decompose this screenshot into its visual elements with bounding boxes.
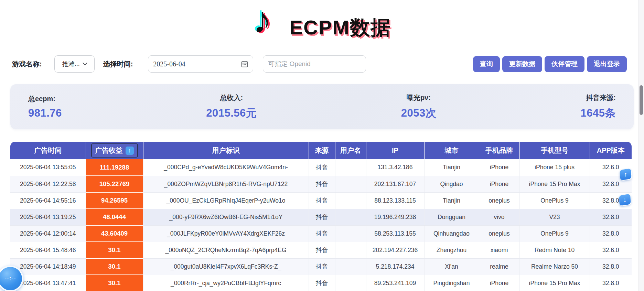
table-cell: Tianjin: [424, 192, 479, 209]
table-cell: 32.8.0: [590, 258, 632, 275]
stat-value: 2015.56元: [206, 106, 257, 120]
chevron-down-icon: [83, 61, 87, 65]
sort-arrow-up-icon: ↑: [126, 147, 134, 155]
table-cell: 抖音: [309, 275, 335, 291]
table-cell: Qingdao: [424, 176, 479, 192]
table-cell: realme: [479, 258, 519, 275]
table-cell: 88.123.133.115: [366, 192, 424, 209]
table-cell: _000JLFKpyR00eY0lMVvAY4XdrgXEKF26z: [143, 225, 309, 242]
col-ad-revenue-label: 广告收益: [95, 146, 123, 155]
table-row: 2025-06-04 12:22:58105.22769_000ZOPmWZqV…: [10, 176, 632, 192]
stat-total-income: 总收入: 2015.56元: [206, 93, 257, 120]
table-cell: _000RrRr-_cja_wy2PuCBbfFBJglYFqmrc: [143, 275, 309, 291]
page-scrollbar[interactable]: [638, 0, 644, 291]
table-cell: iPhone: [479, 176, 519, 192]
col-app-version: APP版本: [590, 142, 632, 159]
table-cell: Pingdingshan: [424, 275, 479, 291]
table-cell: 32.8.0: [590, 209, 632, 225]
table-cell: 2025-06-04 12:00:14: [10, 225, 86, 242]
stat-total-ecpm: 总ecpm: 981.76: [28, 94, 62, 119]
table-cell: iPhone 15 Pro Max: [519, 275, 590, 291]
query-button[interactable]: 查询: [473, 56, 500, 72]
table-cell: _000gut0aU8KleI4F7xpvX6LqFc3RKs-Z_: [143, 258, 309, 275]
table-cell: _000CPd_g-eYvadW8cUKD5K9WuV4Gom4n-: [143, 159, 309, 176]
table-cell: [335, 209, 366, 225]
table-cell: Realme Narzo 50: [519, 258, 590, 275]
table-cell: 48.0444: [86, 209, 143, 225]
openid-input[interactable]: 可指定 Openid: [263, 55, 366, 73]
table-row: 2025-06-04 13:55:05111.19288_000CPd_g-eY…: [10, 159, 632, 176]
table-cell: 2025-06-04 14:55:16: [10, 192, 86, 209]
table-row: 2025-06-04 14:18:4930.1_000gut0aU8KleI4F…: [10, 258, 632, 275]
table-cell: 30.1: [86, 275, 143, 291]
table-cell: 43.60409: [86, 225, 143, 242]
table-cell: [335, 275, 366, 291]
page-title: ECPM数据: [289, 14, 391, 41]
logout-button[interactable]: 退出登录: [587, 56, 627, 72]
stat-value: 1645条: [581, 106, 616, 120]
time-label: 选择时间:: [103, 60, 133, 69]
table-cell: 111.19288: [86, 159, 143, 176]
game-select[interactable]: 抢滩...: [54, 55, 95, 73]
table-cell: [335, 159, 366, 176]
date-picker-input[interactable]: 2025-06-04: [148, 55, 253, 73]
date-value: 2025-06-04: [153, 60, 185, 68]
stat-label: 总收入:: [206, 93, 257, 103]
table-cell: V23: [519, 209, 590, 225]
table-cell: [335, 192, 366, 209]
table-cell: 5.218.174.234: [366, 258, 424, 275]
table-row: 2025-06-04 12:00:1443.60409_000JLFKpyR00…: [10, 225, 632, 242]
table-cell: [335, 176, 366, 192]
col-source: 来源: [309, 142, 335, 159]
action-buttons: 查询 更新数据 伙伴管理 退出登录: [473, 56, 627, 72]
calendar-icon[interactable]: [241, 61, 248, 67]
table-cell: 抖音: [309, 242, 335, 258]
tiktok-note-icon: ♪ ♪ ♪: [253, 4, 287, 45]
table-cell: vivo: [479, 209, 519, 225]
table-cell: 2025-06-04 15:48:46: [10, 242, 86, 258]
table-cell: Dongguan: [424, 209, 479, 225]
col-ad-time: 广告时间: [10, 142, 86, 159]
col-ad-revenue: 广告收益 ↑: [86, 142, 143, 159]
stat-label: 抖音来源:: [581, 93, 616, 103]
table-cell: 抖音: [309, 159, 335, 176]
table-cell: Qinhuangdao: [424, 225, 479, 242]
floating-timer-widget[interactable]: --:--: [0, 266, 23, 291]
table-cell: 19.196.249.238: [366, 209, 424, 225]
table-cell: _000oNQZ_2CRQheNkzrmBq2-7qA6prp4EG: [143, 242, 309, 258]
table-cell: 抖音: [309, 258, 335, 275]
table-cell: _000ZOPmWZqVLBNrp8R1h5-RVG-npU7122: [143, 176, 309, 192]
table-cell: Zhengzhou: [424, 242, 479, 258]
stat-label: 总ecpm:: [28, 94, 62, 104]
scrollbar-thumb[interactable]: [640, 85, 643, 115]
table-cell: iPhone 15 Pro Max: [519, 176, 590, 192]
table-cell: Tianjin: [424, 159, 479, 176]
table-cell: 抖音: [309, 209, 335, 225]
table-cell: 2025-06-04 13:55:05: [10, 159, 86, 176]
col-username: 用户名: [335, 142, 366, 159]
table-cell: oneplus: [479, 225, 519, 242]
table-cell: 105.22769: [86, 176, 143, 192]
table-row: 2025-06-04 15:48:4630.1_000oNQZ_2CRQheNk…: [10, 242, 632, 258]
tiktok-note-icon-black: ♪: [253, 0, 271, 40]
table-header-row: 广告时间 广告收益 ↑ 用户标识 来源 用户名 IP 城市 手机品牌 手机型号 …: [10, 142, 632, 159]
table-cell: [335, 242, 366, 258]
game-name-label: 游戏名称:: [12, 60, 42, 69]
scroll-to-bottom-button[interactable]: ↓: [619, 194, 631, 206]
table-cell: 32.6.0: [590, 242, 632, 258]
table-cell: 94.26595: [86, 192, 143, 209]
partner-manage-button[interactable]: 伙伴管理: [545, 56, 584, 72]
col-phone-model: 手机型号: [519, 142, 590, 159]
table-cell: OnePlus 9: [519, 225, 590, 242]
scroll-to-top-button[interactable]: ↑: [620, 169, 631, 181]
table-cell: 30.1: [86, 258, 143, 275]
col-ip: IP: [366, 142, 424, 159]
table-cell: 2025-06-04 13:19:25: [10, 209, 86, 225]
stat-value: 2053次: [401, 106, 436, 120]
table-cell: _000-yF9RX6wZ6tOwB6f-EG-Nis5M1i1oY: [143, 209, 309, 225]
stat-douyin-source: 抖音来源: 1645条: [581, 93, 616, 120]
update-data-button[interactable]: 更新数据: [502, 56, 542, 72]
col-user-id: 用户标识: [143, 142, 309, 159]
revenue-sort-button[interactable]: 广告收益 ↑: [91, 143, 138, 158]
table-cell: 58.253.113.155: [366, 225, 424, 242]
